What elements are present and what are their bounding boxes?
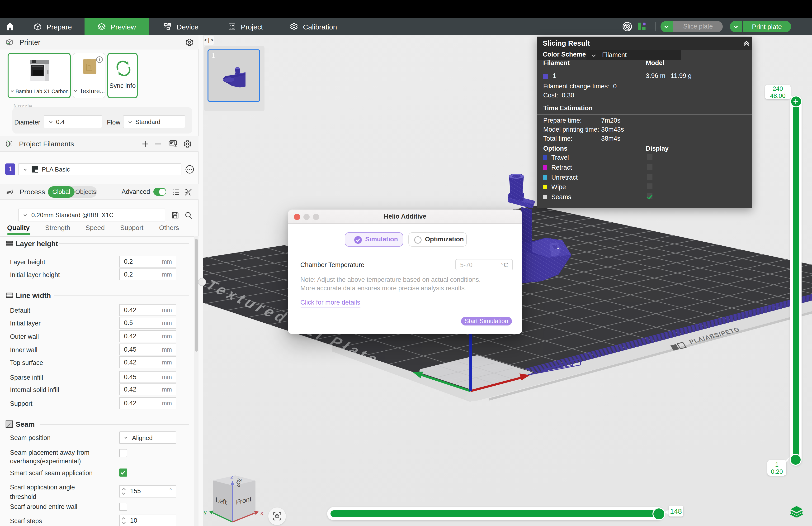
svg-text:x: x <box>260 509 263 516</box>
svg-text:y: y <box>204 508 207 515</box>
svg-text:z: z <box>230 473 233 480</box>
